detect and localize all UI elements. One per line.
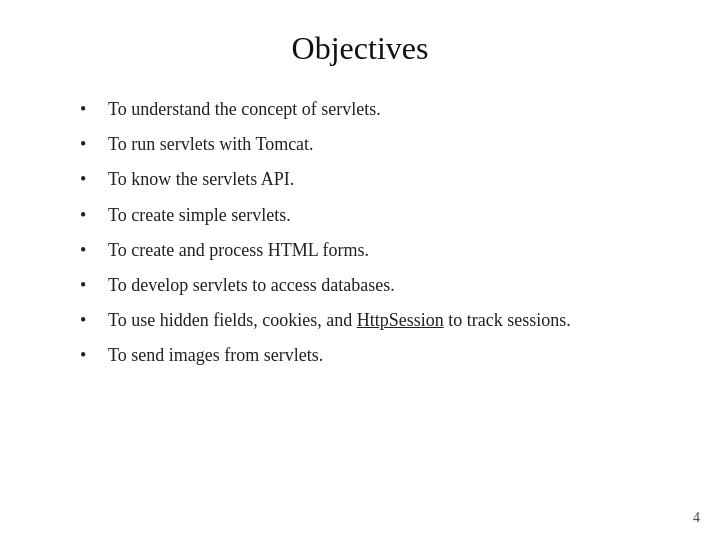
bullet-icon: • (80, 273, 102, 298)
page-number: 4 (693, 510, 700, 526)
bullet-icon: • (80, 238, 102, 263)
objectives-list: • To understand the concept of servlets.… (80, 97, 660, 369)
bullet-icon: • (80, 132, 102, 157)
item-text: To create simple servlets. (108, 203, 660, 228)
list-item: • To use hidden fields, cookies, and Htt… (80, 308, 660, 333)
list-item: • To understand the concept of servlets. (80, 97, 660, 122)
item-text: To understand the concept of servlets. (108, 97, 660, 122)
bullet-icon: • (80, 203, 102, 228)
list-item: • To develop servlets to access database… (80, 273, 660, 298)
list-item: • To create and process HTML forms. (80, 238, 660, 263)
list-item: • To send images from servlets. (80, 343, 660, 368)
list-item: • To know the servlets API. (80, 167, 660, 192)
item-text-httpsession: To use hidden fields, cookies, and HttpS… (108, 308, 660, 333)
bullet-icon: • (80, 343, 102, 368)
bullet-icon: • (80, 308, 102, 333)
list-item: • To create simple servlets. (80, 203, 660, 228)
slide-title: Objectives (60, 30, 660, 67)
item-text: To know the servlets API. (108, 167, 660, 192)
bullet-icon: • (80, 167, 102, 192)
slide-container: Objectives • To understand the concept o… (0, 0, 720, 540)
httpsession-link: HttpSession (357, 310, 444, 330)
list-item: • To run servlets with Tomcat. (80, 132, 660, 157)
item-text: To run servlets with Tomcat. (108, 132, 660, 157)
item-text: To send images from servlets. (108, 343, 660, 368)
item-text: To develop servlets to access databases. (108, 273, 660, 298)
item-text: To create and process HTML forms. (108, 238, 660, 263)
bullet-icon: • (80, 97, 102, 122)
